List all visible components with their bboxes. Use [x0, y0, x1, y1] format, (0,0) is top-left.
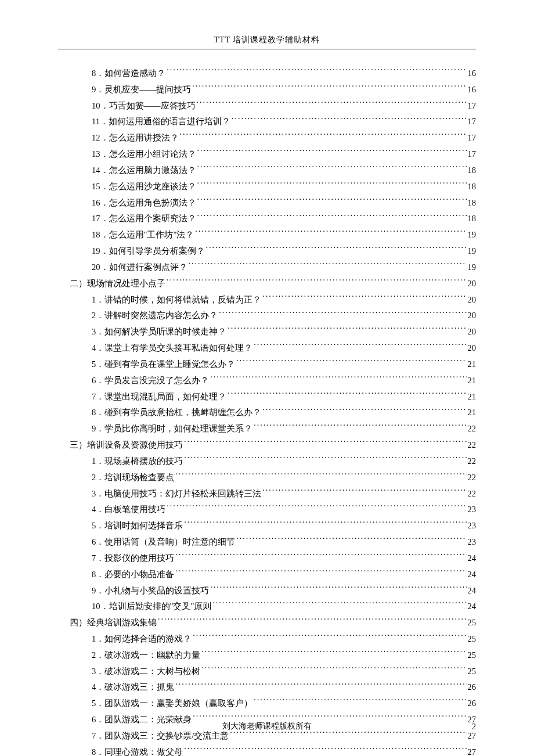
toc-label: 5．培训时如何选择音乐 — [92, 518, 183, 534]
toc-item: 17．怎么运用个案研究法？18 — [58, 211, 476, 227]
toc-page: 21 — [468, 357, 477, 373]
toc-leader — [175, 682, 466, 690]
toc-leader — [197, 197, 467, 206]
toc-page: 25 — [468, 615, 477, 631]
toc-page: 24 — [468, 583, 477, 599]
toc-page: 26 — [468, 696, 477, 712]
toc-label: 3．电脑使用技巧：幻灯片轻松来回跳转三法 — [92, 486, 261, 502]
toc-label: 14．怎么运用脑力激荡法？ — [92, 163, 196, 179]
toc-leader — [197, 100, 467, 109]
toc-item: 5．碰到有学员在课堂上睡觉怎么办？21 — [58, 357, 476, 373]
toc-leader — [201, 649, 466, 658]
toc-item: 7．课堂出现混乱局面，如何处理？21 — [58, 389, 476, 405]
toc-label: 11．如何运用通俗的语言进行培训？ — [92, 114, 230, 130]
toc-leader — [210, 585, 466, 593]
toc-label: 10．巧舌如簧——应答技巧 — [92, 98, 196, 114]
toc-page: 20 — [468, 324, 477, 340]
toc-leader — [193, 633, 466, 642]
toc-leader — [236, 537, 466, 545]
toc-label: 17．怎么运用个案研究法？ — [92, 211, 196, 227]
toc-label: 12．怎么运用讲授法？ — [92, 130, 179, 146]
toc-label: 13．怎么运用小组讨论法？ — [92, 146, 196, 163]
toc-leader — [197, 181, 467, 189]
toc-leader — [167, 68, 466, 77]
toc-page: 20 — [468, 276, 477, 292]
toc-page: 23 — [468, 518, 477, 534]
toc-label: 三）培训设备及资源使用技巧 — [70, 437, 183, 453]
toc-page: 20 — [468, 308, 477, 324]
toc-label: 1．如何选择合适的游戏？ — [92, 631, 192, 647]
toc-label: 9．小礼物与小奖品的设置技巧 — [92, 583, 209, 599]
toc-leader — [262, 488, 466, 496]
toc-leader — [219, 310, 466, 319]
toc-item: 5．培训时如何选择音乐23 — [58, 518, 476, 534]
toc-label: 1．讲错的时候，如何将错就错，反错为正？ — [92, 292, 261, 308]
toc-leader — [167, 278, 467, 286]
toc-page: 24 — [468, 599, 477, 615]
toc-section: 四）经典培训游戏集锦25 — [58, 615, 476, 631]
toc-label: 10．培训后勤安排的"交叉"原则 — [92, 599, 211, 615]
toc-page: 20 — [468, 340, 477, 357]
toc-item: 4．破冰游戏三：抓鬼26 — [58, 679, 476, 696]
toc-label: 15．怎么运用沙龙座谈法？ — [92, 179, 196, 195]
toc-label: 7．投影仪的使用技巧 — [92, 550, 174, 567]
toc-item: 19．如何引导学员分析案例？19 — [58, 243, 476, 260]
toc-page: 18 — [468, 195, 477, 211]
toc-item: 15．怎么运用沙龙座谈法？18 — [58, 179, 476, 195]
toc-leader — [254, 343, 466, 351]
toc-leader — [201, 665, 466, 674]
toc-item: 10．培训后勤安排的"交叉"原则24 — [58, 599, 476, 615]
toc-label: 四）经典培训游戏集锦 — [70, 615, 157, 631]
toc-leader — [184, 746, 466, 755]
toc-label: 5．团队游戏一：赢娶美娇娘（赢取客户） — [92, 696, 252, 712]
toc-item: 1．如何选择合适的游戏？25 — [58, 631, 476, 647]
toc-page: 22 — [468, 453, 477, 470]
toc-leader — [197, 164, 467, 173]
toc-label: 20．如何进行案例点评？ — [92, 260, 187, 276]
toc-label: 6．学员发言没完没了怎么办？ — [92, 373, 209, 389]
toc-section: 二）现场情况处理小点子20 — [58, 276, 476, 292]
toc-page: 17 — [468, 114, 477, 130]
toc-page: 22 — [468, 486, 477, 502]
toc-leader — [210, 375, 466, 383]
toc-label: 8．同理心游戏：做父母 — [92, 744, 183, 756]
toc-label: 8．碰到有学员故意抬杠，挑衅胡缠怎么办？ — [92, 405, 261, 421]
toc-page: 25 — [468, 664, 477, 680]
toc-label: 二）现场情况处理小点子 — [70, 276, 165, 292]
toc-leader — [197, 213, 467, 222]
toc-page: 22 — [468, 437, 477, 453]
toc-item: 12．怎么运用讲授法？17 — [58, 130, 476, 146]
toc-page: 19 — [468, 243, 477, 260]
toc-label: 2．讲解时突然遗忘内容怎么办？ — [92, 308, 218, 324]
toc-leader — [158, 617, 467, 626]
toc-leader — [206, 246, 467, 254]
toc-item: 2．培训现场检查要点22 — [58, 470, 476, 486]
toc-item: 14．怎么运用脑力激荡法？18 — [58, 163, 476, 179]
toc-page: 17 — [468, 130, 477, 146]
toc-label: 2．破冰游戏一：幽默的力量 — [92, 647, 200, 664]
toc-page: 19 — [468, 227, 477, 243]
toc-label: 4．破冰游戏三：抓鬼 — [92, 679, 174, 696]
toc-leader — [192, 84, 466, 92]
toc-label: 1．现场桌椅摆放的技巧 — [92, 453, 183, 470]
toc-item: 8．必要的小物品准备24 — [58, 567, 476, 583]
toc-label: 18．怎么运用"工作坊"法？ — [92, 227, 194, 243]
toc-leader — [175, 552, 466, 561]
toc-label: 3．破冰游戏二：大树与松树 — [92, 664, 200, 680]
toc-item: 20．如何进行案例点评？19 — [58, 260, 476, 276]
toc-page: 27 — [468, 744, 477, 756]
toc-page: 21 — [468, 405, 477, 421]
toc-page: 21 — [468, 373, 477, 389]
toc-leader — [262, 294, 466, 303]
page-header: TTT 培训课程教学辅助材料 — [58, 35, 476, 45]
toc-item: 3．破冰游戏二：大树与松树25 — [58, 664, 476, 680]
toc-label: 7．课堂出现混乱局面，如何处理？ — [92, 389, 226, 405]
toc-label: 6．使用话筒（及音响）时注意的细节 — [92, 534, 235, 550]
toc-page: 16 — [468, 82, 477, 98]
toc-item: 3．如何解决学员听课的时候走神？20 — [58, 324, 476, 340]
toc-page: 21 — [468, 389, 477, 405]
page-footer: 刘大海老师课程版权所有 — [0, 721, 534, 732]
toc-item: 2．破冰游戏一：幽默的力量25 — [58, 647, 476, 664]
toc-page: 16 — [468, 66, 477, 82]
toc-page: 17 — [468, 146, 477, 163]
